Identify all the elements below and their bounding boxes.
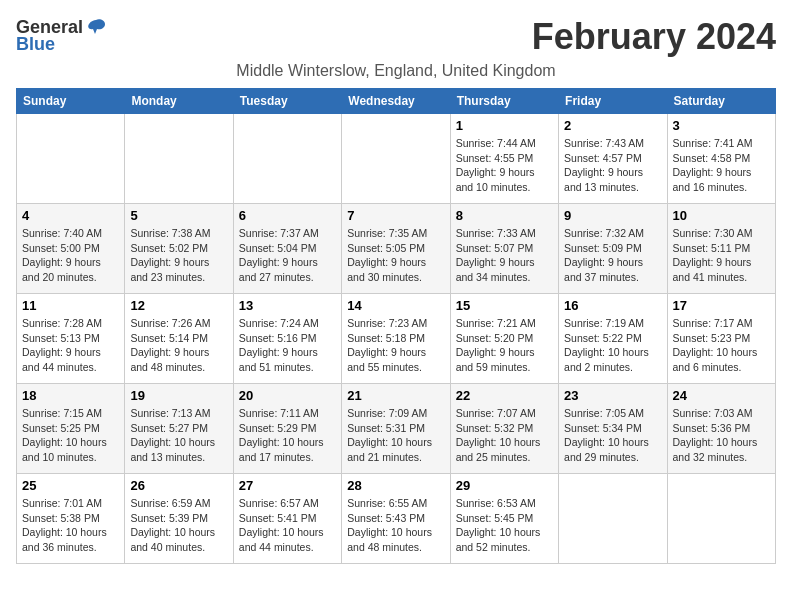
day-info: Sunrise: 7:03 AM Sunset: 5:36 PM Dayligh…	[673, 406, 770, 465]
calendar-cell-w4-d4: 21Sunrise: 7:09 AM Sunset: 5:31 PM Dayli…	[342, 384, 450, 474]
calendar-cell-w4-d3: 20Sunrise: 7:11 AM Sunset: 5:29 PM Dayli…	[233, 384, 341, 474]
day-info: Sunrise: 7:21 AM Sunset: 5:20 PM Dayligh…	[456, 316, 553, 375]
calendar-cell-w4-d6: 23Sunrise: 7:05 AM Sunset: 5:34 PM Dayli…	[559, 384, 667, 474]
day-info: Sunrise: 7:44 AM Sunset: 4:55 PM Dayligh…	[456, 136, 553, 195]
day-number: 20	[239, 388, 336, 403]
day-info: Sunrise: 7:15 AM Sunset: 5:25 PM Dayligh…	[22, 406, 119, 465]
calendar-cell-w1-d5: 1Sunrise: 7:44 AM Sunset: 4:55 PM Daylig…	[450, 114, 558, 204]
day-number: 21	[347, 388, 444, 403]
calendar-cell-w5-d3: 27Sunrise: 6:57 AM Sunset: 5:41 PM Dayli…	[233, 474, 341, 564]
day-number: 23	[564, 388, 661, 403]
calendar-cell-w1-d7: 3Sunrise: 7:41 AM Sunset: 4:58 PM Daylig…	[667, 114, 775, 204]
calendar-cell-w4-d1: 18Sunrise: 7:15 AM Sunset: 5:25 PM Dayli…	[17, 384, 125, 474]
calendar-cell-w1-d1	[17, 114, 125, 204]
header-sunday: Sunday	[17, 89, 125, 114]
page-container: General Blue February 2024 Middle Winter…	[16, 16, 776, 564]
day-number: 4	[22, 208, 119, 223]
calendar-cell-w3-d7: 17Sunrise: 7:17 AM Sunset: 5:23 PM Dayli…	[667, 294, 775, 384]
calendar-cell-w4-d5: 22Sunrise: 7:07 AM Sunset: 5:32 PM Dayli…	[450, 384, 558, 474]
location-title: Middle Winterslow, England, United Kingd…	[16, 62, 776, 80]
calendar-cell-w3-d4: 14Sunrise: 7:23 AM Sunset: 5:18 PM Dayli…	[342, 294, 450, 384]
day-number: 10	[673, 208, 770, 223]
day-info: Sunrise: 6:55 AM Sunset: 5:43 PM Dayligh…	[347, 496, 444, 555]
calendar-cell-w2-d7: 10Sunrise: 7:30 AM Sunset: 5:11 PM Dayli…	[667, 204, 775, 294]
day-info: Sunrise: 7:05 AM Sunset: 5:34 PM Dayligh…	[564, 406, 661, 465]
day-info: Sunrise: 7:11 AM Sunset: 5:29 PM Dayligh…	[239, 406, 336, 465]
day-number: 3	[673, 118, 770, 133]
calendar-cell-w1-d2	[125, 114, 233, 204]
day-number: 22	[456, 388, 553, 403]
calendar-cell-w5-d5: 29Sunrise: 6:53 AM Sunset: 5:45 PM Dayli…	[450, 474, 558, 564]
calendar-cell-w1-d6: 2Sunrise: 7:43 AM Sunset: 4:57 PM Daylig…	[559, 114, 667, 204]
day-number: 2	[564, 118, 661, 133]
day-number: 7	[347, 208, 444, 223]
header-tuesday: Tuesday	[233, 89, 341, 114]
day-info: Sunrise: 7:01 AM Sunset: 5:38 PM Dayligh…	[22, 496, 119, 555]
day-info: Sunrise: 7:09 AM Sunset: 5:31 PM Dayligh…	[347, 406, 444, 465]
day-number: 8	[456, 208, 553, 223]
day-number: 15	[456, 298, 553, 313]
day-info: Sunrise: 7:32 AM Sunset: 5:09 PM Dayligh…	[564, 226, 661, 285]
week-row-4: 18Sunrise: 7:15 AM Sunset: 5:25 PM Dayli…	[17, 384, 776, 474]
day-number: 11	[22, 298, 119, 313]
calendar-cell-w5-d4: 28Sunrise: 6:55 AM Sunset: 5:43 PM Dayli…	[342, 474, 450, 564]
day-number: 14	[347, 298, 444, 313]
logo: General Blue	[16, 16, 107, 55]
day-info: Sunrise: 6:57 AM Sunset: 5:41 PM Dayligh…	[239, 496, 336, 555]
header-thursday: Thursday	[450, 89, 558, 114]
calendar-cell-w4-d7: 24Sunrise: 7:03 AM Sunset: 5:36 PM Dayli…	[667, 384, 775, 474]
calendar-cell-w2-d2: 5Sunrise: 7:38 AM Sunset: 5:02 PM Daylig…	[125, 204, 233, 294]
week-row-5: 25Sunrise: 7:01 AM Sunset: 5:38 PM Dayli…	[17, 474, 776, 564]
calendar-cell-w2-d4: 7Sunrise: 7:35 AM Sunset: 5:05 PM Daylig…	[342, 204, 450, 294]
calendar-cell-w3-d3: 13Sunrise: 7:24 AM Sunset: 5:16 PM Dayli…	[233, 294, 341, 384]
week-row-3: 11Sunrise: 7:28 AM Sunset: 5:13 PM Dayli…	[17, 294, 776, 384]
day-info: Sunrise: 7:23 AM Sunset: 5:18 PM Dayligh…	[347, 316, 444, 375]
logo-bird-icon	[85, 16, 107, 38]
day-info: Sunrise: 7:35 AM Sunset: 5:05 PM Dayligh…	[347, 226, 444, 285]
calendar-cell-w1-d4	[342, 114, 450, 204]
calendar-cell-w2-d6: 9Sunrise: 7:32 AM Sunset: 5:09 PM Daylig…	[559, 204, 667, 294]
header-wednesday: Wednesday	[342, 89, 450, 114]
day-number: 29	[456, 478, 553, 493]
day-info: Sunrise: 7:13 AM Sunset: 5:27 PM Dayligh…	[130, 406, 227, 465]
day-number: 28	[347, 478, 444, 493]
day-info: Sunrise: 7:24 AM Sunset: 5:16 PM Dayligh…	[239, 316, 336, 375]
day-number: 16	[564, 298, 661, 313]
day-info: Sunrise: 7:17 AM Sunset: 5:23 PM Dayligh…	[673, 316, 770, 375]
calendar-cell-w3-d2: 12Sunrise: 7:26 AM Sunset: 5:14 PM Dayli…	[125, 294, 233, 384]
day-info: Sunrise: 7:41 AM Sunset: 4:58 PM Dayligh…	[673, 136, 770, 195]
day-number: 25	[22, 478, 119, 493]
calendar-cell-w3-d5: 15Sunrise: 7:21 AM Sunset: 5:20 PM Dayli…	[450, 294, 558, 384]
day-info: Sunrise: 7:33 AM Sunset: 5:07 PM Dayligh…	[456, 226, 553, 285]
day-number: 1	[456, 118, 553, 133]
day-info: Sunrise: 7:28 AM Sunset: 5:13 PM Dayligh…	[22, 316, 119, 375]
day-info: Sunrise: 7:30 AM Sunset: 5:11 PM Dayligh…	[673, 226, 770, 285]
day-number: 9	[564, 208, 661, 223]
calendar: Sunday Monday Tuesday Wednesday Thursday…	[16, 88, 776, 564]
day-info: Sunrise: 7:43 AM Sunset: 4:57 PM Dayligh…	[564, 136, 661, 195]
calendar-cell-w1-d3	[233, 114, 341, 204]
day-number: 18	[22, 388, 119, 403]
day-info: Sunrise: 7:37 AM Sunset: 5:04 PM Dayligh…	[239, 226, 336, 285]
day-number: 6	[239, 208, 336, 223]
week-row-2: 4Sunrise: 7:40 AM Sunset: 5:00 PM Daylig…	[17, 204, 776, 294]
day-info: Sunrise: 7:07 AM Sunset: 5:32 PM Dayligh…	[456, 406, 553, 465]
day-number: 12	[130, 298, 227, 313]
day-number: 19	[130, 388, 227, 403]
day-number: 26	[130, 478, 227, 493]
day-info: Sunrise: 6:59 AM Sunset: 5:39 PM Dayligh…	[130, 496, 227, 555]
header-monday: Monday	[125, 89, 233, 114]
calendar-cell-w2-d3: 6Sunrise: 7:37 AM Sunset: 5:04 PM Daylig…	[233, 204, 341, 294]
calendar-cell-w5-d1: 25Sunrise: 7:01 AM Sunset: 5:38 PM Dayli…	[17, 474, 125, 564]
day-info: Sunrise: 7:40 AM Sunset: 5:00 PM Dayligh…	[22, 226, 119, 285]
day-number: 27	[239, 478, 336, 493]
calendar-cell-w3-d6: 16Sunrise: 7:19 AM Sunset: 5:22 PM Dayli…	[559, 294, 667, 384]
header-saturday: Saturday	[667, 89, 775, 114]
weekday-header-row: Sunday Monday Tuesday Wednesday Thursday…	[17, 89, 776, 114]
month-title: February 2024	[532, 16, 776, 58]
calendar-cell-w5-d7	[667, 474, 775, 564]
calendar-cell-w3-d1: 11Sunrise: 7:28 AM Sunset: 5:13 PM Dayli…	[17, 294, 125, 384]
day-number: 13	[239, 298, 336, 313]
week-row-1: 1Sunrise: 7:44 AM Sunset: 4:55 PM Daylig…	[17, 114, 776, 204]
day-info: Sunrise: 6:53 AM Sunset: 5:45 PM Dayligh…	[456, 496, 553, 555]
